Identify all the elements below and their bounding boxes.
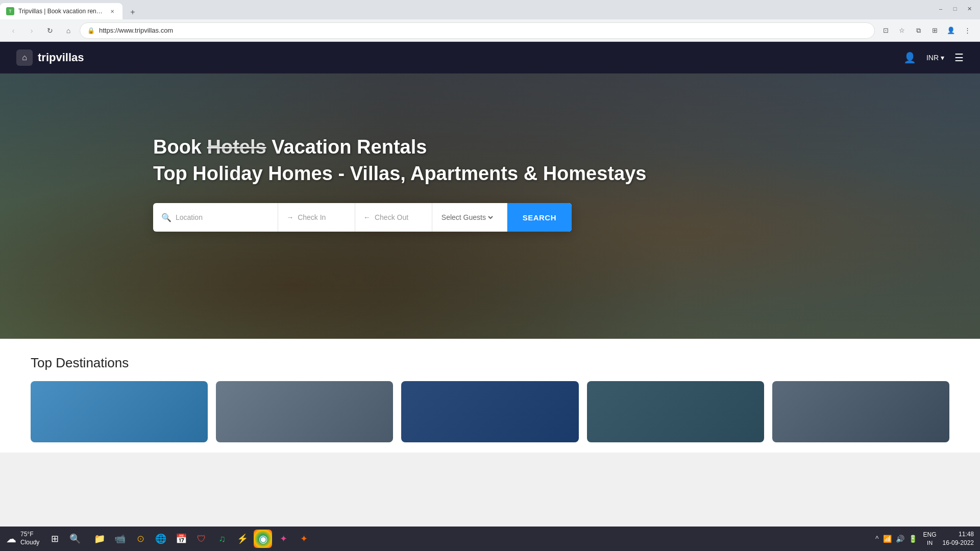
taskbar-teams[interactable]: 📹 — [111, 530, 129, 548]
currency-label: INR — [926, 54, 939, 62]
active-tab[interactable]: T Tripvillas | Book vacation rentals... … — [0, 3, 122, 19]
browser-chrome: T Tripvillas | Book vacation rentals... … — [0, 0, 980, 42]
split-view-icon[interactable]: ⊞ — [928, 24, 941, 37]
search-button[interactable]: SEARCH — [507, 203, 572, 232]
tray-chevron[interactable]: ^ — [875, 535, 879, 543]
website: ⌂ tripvillas 👤 INR ▾ ☰ Book Hotels Vacat… — [0, 42, 980, 453]
destination-card-1[interactable] — [31, 381, 208, 442]
url-text: https://www.tripvillas.com — [99, 27, 173, 34]
search-bar: 🔍 → Check In ← Check Out Select Guests 1… — [153, 203, 572, 232]
reload-button[interactable]: ↻ — [43, 23, 57, 38]
minimize-button[interactable]: – — [934, 2, 947, 15]
bookmark-icon[interactable]: ☆ — [895, 24, 909, 37]
logo-text: tripvillas — [38, 51, 84, 64]
back-button[interactable]: ‹ — [6, 23, 20, 38]
hero-content: Book Hotels Vacation Rentals Top Holiday… — [0, 73, 980, 232]
currency-selector[interactable]: INR ▾ — [926, 54, 944, 62]
more-menu-icon[interactable]: ⋮ — [961, 24, 974, 37]
region-code: IN — [923, 539, 937, 546]
taskbar-chrome[interactable]: ◉ — [254, 530, 272, 548]
language-code: ENG — [923, 531, 937, 539]
destination-card-2[interactable] — [216, 381, 393, 442]
location-field[interactable]: 🔍 — [153, 203, 278, 232]
guests-field[interactable]: Select Guests 1 Guest 2 Guests 3 Guests … — [432, 203, 507, 232]
date-display: 16-09-2022 — [943, 539, 974, 547]
address-bar-row: ‹ › ↻ ⌂ 🔒 https://www.tripvillas.com ⊡ ☆… — [0, 19, 980, 42]
taskbar-calendar[interactable]: 📅 — [172, 530, 190, 548]
tab-title: Tripvillas | Book vacation rentals... — [18, 8, 104, 15]
taskbar: ☁ 75°F Cloudy ⊞ 🔍 📁 📹 ⊙ 🌐 📅 🛡 ♫ ⚡ ◉ ✦ ✦ … — [0, 527, 980, 551]
hero-subtitle: Top Holiday Homes - Villas, Apartments &… — [153, 163, 980, 185]
weather-text: 75°F Cloudy — [20, 531, 39, 546]
clock: 11:48 — [943, 530, 974, 539]
tab-bar: T Tripvillas | Book vacation rentals... … — [0, 0, 980, 19]
taskbar-right: ^ 📶 🔊 🔋 ENG IN 11:48 16-09-2022 — [875, 530, 974, 547]
cast-icon[interactable]: ⊡ — [879, 24, 892, 37]
start-button[interactable]: ⊞ — [45, 530, 64, 548]
volume-icon[interactable]: 🔊 — [896, 535, 904, 543]
network-icon[interactable]: 📶 — [883, 535, 892, 543]
destination-card-5[interactable] — [772, 381, 949, 442]
browser-action-icons: ⊡ ☆ ⧉ ⊞ 👤 ⋮ — [879, 24, 974, 37]
taskbar-app-color[interactable]: ✦ — [274, 530, 292, 548]
checkin-field[interactable]: → Check In — [278, 203, 355, 232]
taskbar-apps: 📁 📹 ⊙ 🌐 📅 🛡 ♫ ⚡ ◉ ✦ ✦ — [90, 530, 313, 548]
tab-close-button[interactable]: ✕ — [108, 7, 116, 15]
weather-icon: ☁ — [6, 533, 16, 545]
time-display[interactable]: 11:48 16-09-2022 — [943, 530, 974, 547]
destination-card-3[interactable] — [401, 381, 578, 442]
site-nav: ⌂ tripvillas 👤 INR ▾ ☰ — [0, 42, 980, 73]
destinations-title: Top Destinations — [31, 355, 949, 371]
profile-icon[interactable]: 👤 — [944, 24, 958, 37]
taskbar-app3[interactable]: ⊙ — [131, 530, 150, 548]
hero-title-strikethrough: Hotels — [207, 136, 266, 158]
forward-button[interactable]: › — [24, 23, 39, 38]
weather-condition: Cloudy — [20, 539, 39, 547]
extensions-icon[interactable]: ⧉ — [912, 24, 925, 37]
hero-section: Book Hotels Vacation Rentals Top Holiday… — [0, 73, 980, 339]
taskbar-spotify[interactable]: ♫ — [213, 530, 231, 548]
new-tab-button[interactable]: + — [126, 5, 140, 19]
checkout-icon: ← — [363, 213, 371, 221]
logo-icon: ⌂ — [16, 49, 33, 66]
hero-title: Book Hotels Vacation Rentals — [153, 135, 980, 160]
checkin-label: Check In — [298, 213, 326, 221]
nav-right: 👤 INR ▾ ☰ — [903, 52, 964, 64]
below-hero: Top Destinations — [0, 339, 980, 453]
battery-icon[interactable]: 🔋 — [909, 535, 917, 543]
hero-title-suffix: Vacation Rentals — [266, 136, 427, 158]
destinations-row — [31, 381, 949, 442]
lock-icon: 🔒 — [87, 27, 95, 34]
checkout-label: Check Out — [375, 213, 408, 221]
taskbar-file-explorer[interactable]: 📁 — [90, 530, 109, 548]
location-input[interactable] — [176, 213, 270, 221]
temperature: 75°F — [20, 531, 39, 539]
user-icon[interactable]: 👤 — [903, 52, 916, 64]
destination-card-4[interactable] — [587, 381, 764, 442]
checkin-icon: → — [286, 213, 293, 221]
checkout-field[interactable]: ← Check Out — [355, 203, 432, 232]
language-display[interactable]: ENG IN — [923, 531, 937, 546]
system-tray: ^ 📶 🔊 🔋 — [875, 535, 917, 543]
hamburger-menu[interactable]: ☰ — [954, 52, 964, 64]
close-button[interactable]: ✕ — [963, 2, 976, 15]
search-icon: 🔍 — [161, 213, 172, 222]
taskbar-edge[interactable]: 🌐 — [152, 530, 170, 548]
taskbar-defender[interactable]: 🛡 — [192, 530, 211, 548]
weather-widget: ☁ 75°F Cloudy — [6, 531, 39, 546]
home-button[interactable]: ⌂ — [61, 23, 76, 38]
hero-title-prefix: Book — [153, 136, 207, 158]
tab-favicon: T — [6, 7, 14, 15]
taskbar-search-button[interactable]: 🔍 — [66, 530, 84, 548]
guests-select[interactable]: Select Guests 1 Guest 2 Guests 3 Guests … — [439, 213, 495, 222]
site-logo[interactable]: ⌂ tripvillas — [16, 49, 84, 66]
taskbar-vscode[interactable]: ⚡ — [233, 530, 252, 548]
maximize-button[interactable]: □ — [948, 2, 962, 15]
address-bar[interactable]: 🔒 https://www.tripvillas.com — [80, 22, 875, 39]
window-controls: – □ ✕ — [934, 2, 976, 15]
taskbar-app-compass[interactable]: ✦ — [295, 530, 313, 548]
currency-arrow: ▾ — [941, 54, 944, 62]
